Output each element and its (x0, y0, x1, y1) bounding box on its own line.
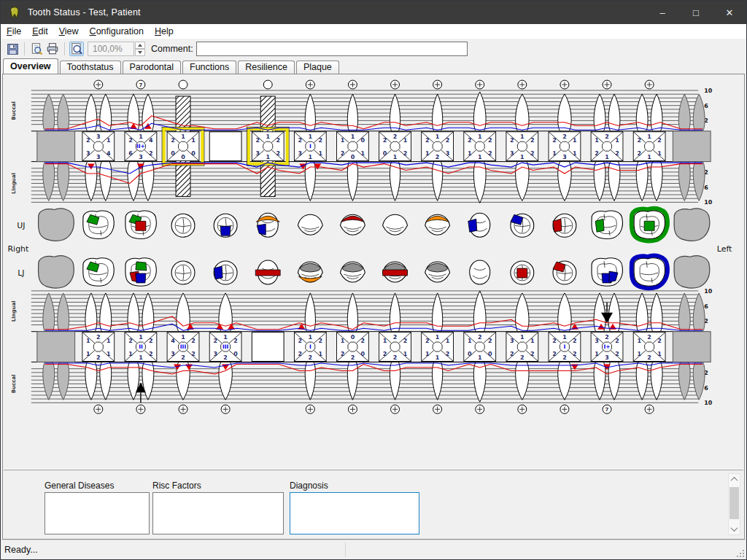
perio-upper-tooth-3[interactable]: 124623II+7 (125, 80, 157, 201)
perio-upper-tooth-12[interactable]: 122321 (506, 80, 538, 201)
save-button[interactable] (5, 42, 20, 56)
svg-text:0: 0 (181, 154, 185, 160)
resize-grip[interactable] (736, 549, 745, 558)
vertical-scrollbar[interactable] (728, 473, 740, 535)
menu-help[interactable]: Help (150, 25, 179, 38)
occlusal-uj-tooth-7[interactable] (298, 214, 322, 235)
risc-factors-input[interactable] (152, 492, 284, 534)
occlusal-lj-tooth-15[interactable] (632, 256, 667, 289)
scrollbar-thumb[interactable] (729, 487, 739, 519)
perio-lower-tooth-13[interactable]: 122222I (549, 293, 581, 413)
occlusal-lj-tooth-13[interactable] (553, 261, 576, 284)
occlusal-uj-tooth-15[interactable] (632, 209, 667, 241)
occlusal-uj-tooth-10[interactable] (425, 214, 450, 235)
perio-lower-tooth-3[interactable]: 122121II (125, 293, 157, 413)
occlusal-uj-tooth-14[interactable] (592, 211, 622, 238)
perio-upper-tooth-10[interactable]: 122132 (422, 80, 454, 201)
zoom-percent-field[interactable]: 100,0% (88, 42, 134, 56)
occlusal-lj-tooth-16[interactable] (674, 256, 710, 288)
perio-lower-tooth-6[interactable] (252, 332, 284, 362)
occlusal-lj-tooth-1[interactable] (38, 256, 74, 288)
close-button[interactable]: ✕ (713, 1, 746, 24)
print-preview-button[interactable] (29, 42, 44, 56)
perio-upper-tooth-14[interactable]: 211221 (591, 80, 623, 201)
menu-file[interactable]: File (1, 25, 26, 38)
occlusal-uj-tooth-8[interactable] (340, 214, 365, 235)
perio-upper-tooth-2[interactable]: 321343 (82, 80, 115, 201)
occlusal-lj-tooth-10[interactable] (425, 262, 450, 282)
occlusal-uj-tooth-2[interactable] (83, 211, 114, 238)
perio-lower-tooth-8[interactable]: 012202 (337, 293, 369, 413)
perio-lower-tooth-5[interactable]: 122302III (209, 293, 241, 413)
perio-upper-tooth-4[interactable]: 121000 (162, 80, 204, 196)
occlusal-lj-tooth-14[interactable] (592, 258, 622, 286)
occlusal-lj-tooth-2[interactable] (83, 258, 114, 286)
spinner-down-button[interactable] (135, 49, 145, 56)
occlusal-lj-tooth-9[interactable] (383, 262, 408, 282)
menu-edit[interactable]: Edit (27, 25, 53, 38)
comment-input[interactable] (196, 42, 468, 56)
perio-upper-tooth-9[interactable]: 221021 (379, 80, 411, 201)
occlusal-uj-tooth-16[interactable] (674, 209, 710, 241)
maximize-button[interactable]: □ (679, 1, 713, 24)
zoom-select-button[interactable] (69, 42, 84, 56)
perio-upper-tooth-15[interactable]: 122211 (633, 80, 665, 201)
print-button[interactable] (45, 42, 60, 56)
perio-upper-tooth-1[interactable] (37, 94, 75, 201)
occlusal-lj-tooth-5[interactable] (214, 261, 237, 284)
tab-overview[interactable]: Overview (3, 58, 58, 74)
perio-lower-tooth-2[interactable]: 211112 (82, 293, 115, 413)
occlusal-lj-tooth-3[interactable] (125, 258, 156, 286)
svg-text:1: 1 (647, 133, 651, 140)
tab-toothstatus[interactable]: Toothstatus (60, 61, 121, 74)
svg-text:I: I (309, 343, 311, 350)
spinner-up-button[interactable] (135, 42, 145, 49)
diagnosis-input[interactable] (290, 492, 419, 534)
occlusal-uj-tooth-5[interactable] (214, 214, 237, 237)
occlusal-lj-tooth-8[interactable] (340, 262, 365, 282)
diagnosis-label: Diagnosis (290, 481, 328, 491)
perio-lower-tooth-9[interactable]: 212212 (379, 293, 411, 413)
occlusal-lj-tooth-12[interactable] (511, 261, 534, 284)
tab-resilience[interactable]: Resilience (238, 61, 295, 74)
occlusal-uj-tooth-3[interactable] (125, 211, 156, 238)
occlusal-lj-tooth-11[interactable] (470, 260, 490, 284)
occlusal-uj-tooth-9[interactable] (383, 214, 408, 235)
perio-upper-tooth-6[interactable]: 122321 (247, 80, 289, 196)
svg-text:6: 6 (704, 184, 708, 191)
perio-lower-tooth-7[interactable]: 122212I (294, 293, 326, 413)
scroll-up-button[interactable] (729, 474, 740, 485)
perio-lower-tooth-10[interactable]: 121121 (422, 293, 454, 413)
perio-upper-tooth-11[interactable]: 122121 (464, 80, 496, 203)
occlusal-uj-tooth-4[interactable] (171, 214, 195, 237)
menu-view[interactable]: View (54, 25, 84, 38)
menu-configuration[interactable]: Configuration (85, 25, 149, 38)
perio-lower-tooth-14[interactable]: 232123I+7 (591, 293, 623, 413)
occlusal-uj-tooth-6[interactable] (256, 213, 279, 237)
occlusal-uj-tooth-1[interactable] (38, 209, 74, 241)
tab-functions[interactable]: Functions (182, 61, 236, 74)
tab-plaque[interactable]: Plaque (296, 61, 339, 74)
perio-lower-tooth-12[interactable]: 131222 (506, 293, 538, 413)
scroll-down-button[interactable] (729, 524, 740, 534)
perio-upper-tooth-5[interactable] (209, 132, 241, 161)
occlusal-uj-tooth-11[interactable] (468, 213, 490, 237)
occlusal-lj-tooth-4[interactable] (171, 261, 195, 284)
perio-upper-tooth-7[interactable]: 122311I (294, 80, 326, 201)
perio-lower-tooth-4[interactable]: 142322III (167, 293, 199, 413)
minimize-button[interactable]: – (646, 1, 679, 24)
occlusal-lj-tooth-7[interactable] (298, 262, 322, 282)
general-diseases-input[interactable] (44, 492, 150, 534)
svg-text:2: 2 (468, 137, 472, 144)
svg-text:0: 0 (468, 351, 472, 357)
occlusal-uj-tooth-13[interactable] (553, 214, 576, 237)
svg-text:2: 2 (530, 137, 535, 144)
perio-upper-tooth-13[interactable]: 221113 (549, 80, 581, 201)
tab-parodontal[interactable]: Parodontal (123, 61, 181, 74)
perio-upper-tooth-8[interactable]: 110210 (337, 80, 369, 201)
svg-text:2: 2 (191, 351, 196, 357)
occlusal-uj-tooth-12[interactable] (511, 214, 534, 237)
svg-text:2: 2 (393, 133, 398, 140)
occlusal-lj-tooth-6[interactable] (255, 260, 280, 284)
perio-lower-tooth-15[interactable]: 212112 (633, 293, 665, 413)
